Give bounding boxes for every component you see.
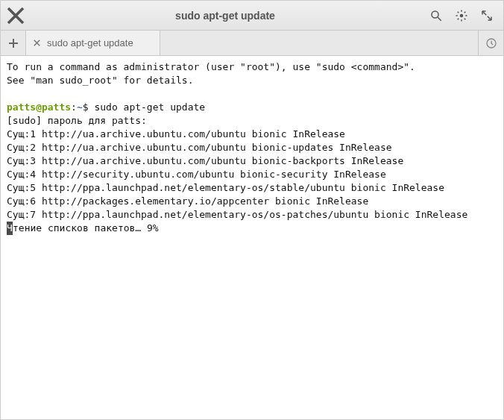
progress-text: тение списков пакетов… 9%: [13, 222, 159, 233]
terminal-output[interactable]: To run a command as administrator (user …: [1, 56, 503, 419]
prompt-host: patts: [42, 101, 71, 113]
tab-active[interactable]: sudo apt-get update: [26, 31, 160, 55]
tabbar-spacer: [160, 31, 478, 55]
search-icon: [429, 9, 443, 22]
output-line: Сущ:7 http://ppa.launchpad.net/elementar…: [7, 209, 467, 220]
output-line: Сущ:3 http://ua.archive.ubuntu.com/ubunt…: [7, 155, 403, 166]
prompt-user: patts: [7, 101, 36, 113]
svg-line-1: [438, 17, 441, 21]
new-tab-button[interactable]: [1, 31, 26, 55]
prompt-at: @: [36, 101, 42, 113]
maximize-icon: [480, 9, 494, 22]
sudo-prompt: [sudo] пароль для patts:: [7, 115, 147, 126]
prompt-symbol: $: [83, 101, 89, 113]
tabbar: sudo apt-get update: [1, 31, 503, 56]
command-text: sudo apt-get update: [94, 101, 205, 113]
tab-close-button[interactable]: [31, 38, 42, 48]
close-icon: [34, 40, 40, 46]
cursor: Ч: [7, 222, 13, 235]
svg-point-2: [460, 13, 464, 17]
history-button[interactable]: [478, 31, 503, 55]
prompt-colon: :: [71, 101, 77, 113]
close-button[interactable]: [7, 7, 25, 25]
output-line: Сущ:6 http://packages.elementary.io/appc…: [7, 195, 368, 207]
prompt-path: ~: [77, 101, 83, 113]
output-line: Сущ:5 http://ppa.launchpad.net/elementar…: [7, 182, 444, 193]
maximize-button[interactable]: [476, 5, 497, 26]
svg-point-0: [432, 11, 438, 18]
output-line: Сущ:2 http://ua.archive.ubuntu.com/ubunt…: [7, 142, 392, 153]
settings-button[interactable]: [451, 5, 472, 26]
close-icon: [7, 7, 25, 25]
window-title: sudo apt-get update: [29, 10, 421, 22]
output-line: Сущ:1 http://ua.archive.ubuntu.com/ubunt…: [7, 128, 345, 140]
titlebar: sudo apt-get update: [1, 1, 503, 31]
history-icon: [485, 37, 497, 49]
plus-icon: [8, 38, 19, 48]
intro-line: To run a command as administrator (user …: [7, 61, 415, 72]
search-button[interactable]: [426, 5, 447, 26]
intro-line: See "man sudo_root" for details.: [7, 75, 193, 86]
output-line: Сущ:4 http://security.ubuntu.com/ubuntu …: [7, 169, 386, 180]
tab-label: sudo apt-get update: [47, 37, 133, 48]
gear-icon: [455, 9, 468, 22]
